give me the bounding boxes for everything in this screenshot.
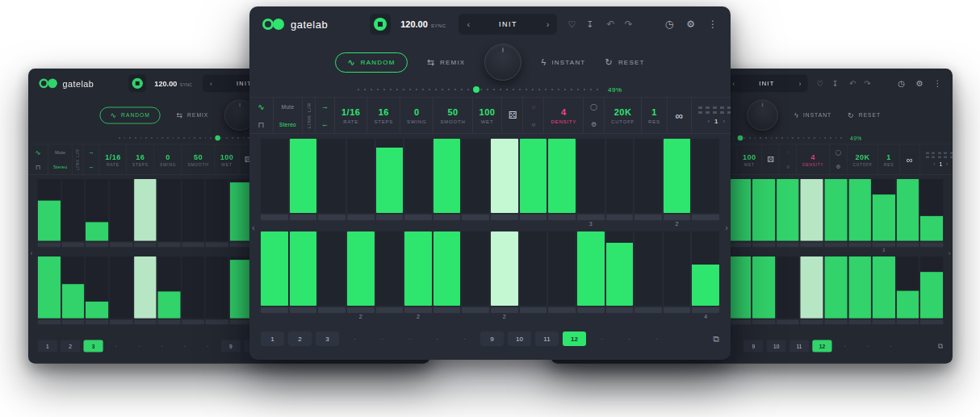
step-marker[interactable] xyxy=(462,307,489,313)
step-marker[interactable] xyxy=(462,215,489,220)
preset-prev-icon[interactable]: ‹ xyxy=(210,79,212,87)
seq-step[interactable] xyxy=(848,256,871,331)
instant-button[interactable]: ϟ INSTANT xyxy=(794,111,831,119)
probability-circle-icon[interactable]: ○ xyxy=(523,115,543,133)
seq-step[interactable] xyxy=(261,139,288,227)
seq-step-track[interactable] xyxy=(848,256,871,319)
seq-step[interactable] xyxy=(606,139,634,227)
step-marker[interactable] xyxy=(376,307,404,313)
seq-step-track[interactable] xyxy=(462,139,489,213)
seq-bar[interactable] xyxy=(347,231,375,306)
wet-value[interactable]: 100 xyxy=(480,107,496,117)
smooth-control[interactable]: 50 SMOOTH xyxy=(182,144,215,174)
download-icon[interactable]: ↧ xyxy=(586,19,593,30)
pattern-slot-empty[interactable]: · xyxy=(453,332,476,346)
direction-right-icon[interactable]: → xyxy=(83,144,98,159)
main-knob[interactable] xyxy=(748,99,778,130)
bpm-value[interactable]: 120.00 xyxy=(400,19,428,29)
seq-step[interactable] xyxy=(520,231,547,320)
rate-value[interactable]: 1/16 xyxy=(341,107,360,117)
seq-step-track[interactable] xyxy=(110,256,132,319)
seq-step-track[interactable] xyxy=(347,139,375,213)
seq-bar[interactable] xyxy=(290,231,317,306)
seq-step-track[interactable] xyxy=(548,139,576,213)
gear-icon[interactable]: ⚙ xyxy=(915,79,923,89)
seq-step[interactable] xyxy=(920,179,943,253)
step-marker[interactable] xyxy=(577,307,605,313)
clock-icon[interactable]: ◷ xyxy=(665,19,673,30)
seq-step[interactable] xyxy=(873,256,895,331)
bpm-value[interactable]: 120.00 xyxy=(154,79,177,87)
pattern-slot-empty[interactable]: · xyxy=(645,332,668,346)
seq-step-track[interactable] xyxy=(728,256,751,319)
probability-dotted-circle-icon[interactable]: ◌ xyxy=(523,98,543,115)
smooth-control[interactable]: 50 SMOOTH xyxy=(433,98,472,133)
step-marker[interactable] xyxy=(548,307,576,313)
length-prev-icon[interactable]: ‹ xyxy=(707,118,710,125)
preset-prev-icon[interactable]: ‹ xyxy=(732,79,735,87)
seq-step[interactable] xyxy=(110,179,132,253)
randomness-slider[interactable] xyxy=(358,86,600,93)
seq-bar[interactable] xyxy=(800,256,823,319)
direction-left-icon[interactable]: ← xyxy=(83,160,98,174)
steps-value[interactable]: 16 xyxy=(379,107,389,117)
seq-step[interactable] xyxy=(800,256,823,331)
pattern-slot-11[interactable]: 11 xyxy=(789,340,809,352)
seq-bar[interactable] xyxy=(800,179,823,241)
seq-step[interactable] xyxy=(433,231,461,320)
sync-label[interactable]: SYNC xyxy=(431,23,446,28)
seq-bar[interactable] xyxy=(896,179,919,241)
link-lr-panel[interactable]: LINK L/R xyxy=(73,144,83,174)
seq-bar[interactable] xyxy=(752,179,775,241)
probability-circle-icon[interactable]: ○ xyxy=(780,160,797,174)
seq-step-track[interactable] xyxy=(752,256,775,319)
seq-step[interactable] xyxy=(376,139,404,227)
seq-bar[interactable] xyxy=(433,139,461,213)
seq-step-track[interactable] xyxy=(61,256,84,319)
seq-step[interactable] xyxy=(134,179,157,253)
pattern-slot-empty[interactable]: · xyxy=(590,332,614,346)
step-marker[interactable] xyxy=(692,307,719,313)
preset-selector[interactable]: ‹ INIT › xyxy=(726,75,808,93)
cutoff-control[interactable]: 20K CUTOFF xyxy=(848,144,878,174)
seq-bar[interactable] xyxy=(824,256,847,319)
seq-step[interactable] xyxy=(157,256,180,331)
seq-step[interactable] xyxy=(664,231,691,320)
cutoff-control[interactable]: 20K CUTOFF xyxy=(605,98,642,133)
seq-bar[interactable] xyxy=(376,148,404,213)
seq-bar[interactable] xyxy=(290,139,317,213)
seq-bar[interactable] xyxy=(664,139,691,213)
seq-bar[interactable] xyxy=(134,179,157,241)
pattern-slot-empty[interactable]: · xyxy=(858,340,877,352)
step-marker[interactable] xyxy=(634,215,662,220)
length-panel[interactable]: ‹ 1 › xyxy=(920,144,953,174)
step-marker[interactable] xyxy=(520,215,547,220)
pattern-slot-empty[interactable]: · xyxy=(425,332,449,346)
seq-step-track[interactable] xyxy=(347,231,375,306)
step-marker[interactable] xyxy=(404,215,432,220)
seq-step-track[interactable] xyxy=(577,139,605,213)
pattern-slot-empty[interactable]: · xyxy=(881,340,900,352)
seq-bar[interactable] xyxy=(157,292,180,319)
seq-step-track[interactable] xyxy=(520,231,547,306)
seq-step[interactable] xyxy=(824,256,847,331)
seq-step[interactable] xyxy=(38,256,61,331)
seq-bar[interactable] xyxy=(692,265,719,306)
seq-bar[interactable] xyxy=(848,256,871,319)
seq-bar[interactable] xyxy=(752,256,775,319)
seq-bar[interactable] xyxy=(261,231,288,306)
mute-toggle[interactable]: Mute xyxy=(48,144,72,159)
preset-next-icon[interactable]: › xyxy=(547,19,550,29)
seq-step-track[interactable] xyxy=(777,256,799,319)
seq-step[interactable] xyxy=(800,179,823,253)
pattern-slot-3[interactable]: 3 xyxy=(83,340,103,352)
seq-step-track[interactable] xyxy=(800,256,823,319)
direction-right-icon[interactable]: → xyxy=(316,98,334,115)
seq-step-track[interactable] xyxy=(800,179,823,241)
seq-step[interactable] xyxy=(896,256,919,331)
seq-step[interactable] xyxy=(134,256,157,331)
length-prev-icon[interactable]: ‹ xyxy=(933,161,935,168)
preset-name[interactable]: INIT xyxy=(476,20,540,28)
seq-bar[interactable] xyxy=(728,256,751,319)
seq-bar[interactable] xyxy=(404,231,432,306)
